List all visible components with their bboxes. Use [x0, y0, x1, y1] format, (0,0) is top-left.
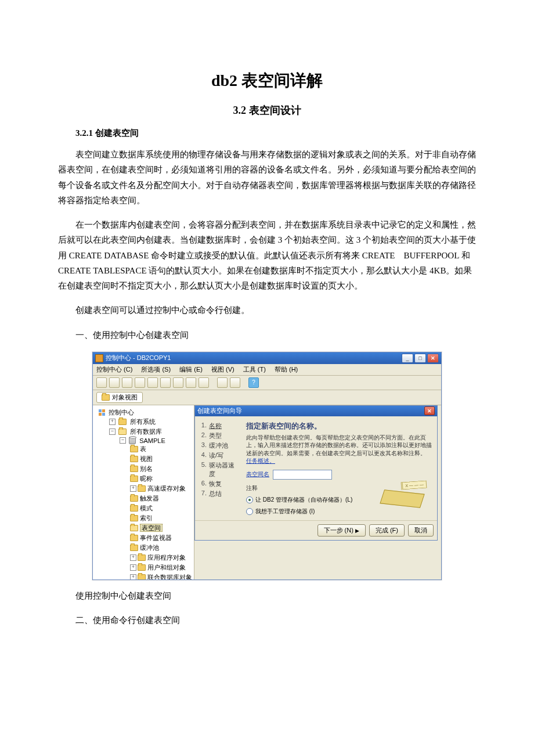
- toolbar-button[interactable]: [122, 377, 132, 388]
- window-title: 控制中心 - DB2COPY1: [106, 354, 402, 362]
- tree-root[interactable]: 控制中心 + 所有系统 − 所有数据库: [96, 408, 194, 579]
- radio-manual-storage[interactable]: 我想手工管理存储器 (I): [246, 507, 432, 516]
- toolbar-button[interactable]: [199, 377, 209, 388]
- toolbar-button[interactable]: [109, 377, 120, 388]
- toolbar-button[interactable]: [96, 377, 107, 388]
- folder-icon: [102, 394, 110, 401]
- toolbar-button[interactable]: [186, 377, 196, 388]
- wizard-step-list: 1.名称 2.类型 3.缓冲池 4.读/写 5.驱动器速度 6.恢复 7.总结: [200, 421, 240, 516]
- folder-icon: [130, 466, 138, 472]
- database-icon: [129, 437, 136, 444]
- tree-item[interactable]: 别名: [128, 464, 194, 474]
- radio-icon: [246, 496, 253, 503]
- expander-icon[interactable]: +: [109, 419, 116, 425]
- view-tab-object[interactable]: 对象视图: [96, 392, 143, 403]
- toolbar-button[interactable]: [160, 377, 171, 388]
- tree-all-databases[interactable]: − 所有数据库 − SAMPLE: [107, 427, 194, 579]
- tree-item[interactable]: 缓冲池: [128, 543, 194, 553]
- paragraph-3: 创建表空间可以通过控制中心或命令行创建。: [58, 303, 476, 318]
- expander-icon[interactable]: −: [120, 437, 126, 444]
- object-tree: 控制中心 + 所有系统 − 所有数据库: [93, 405, 194, 579]
- wizard-title: 创建表空间向导: [197, 406, 424, 415]
- tree-item[interactable]: 模式: [128, 503, 194, 513]
- window-titlebar[interactable]: 控制中心 - DB2COPY1 _ □ ✕: [93, 352, 441, 364]
- expander-icon[interactable]: −: [109, 429, 116, 435]
- tree-item[interactable]: 事件监视器: [128, 533, 194, 543]
- close-button[interactable]: ✕: [427, 354, 439, 363]
- menu-tools[interactable]: 工具 (T): [243, 366, 266, 373]
- expander-icon[interactable]: +: [130, 574, 136, 579]
- expander-icon[interactable]: +: [130, 555, 136, 561]
- paragraph-4: 一、使用控制中心创建表空间: [58, 327, 476, 343]
- tree-item[interactable]: +联合数据库对象: [128, 573, 194, 579]
- folder-icon: [130, 535, 138, 541]
- tablespace-name-label: 表空间名: [246, 470, 269, 478]
- tree-item[interactable]: 表: [128, 444, 194, 454]
- menu-edit[interactable]: 编辑 (E): [179, 366, 203, 373]
- folder-icon: [138, 555, 146, 561]
- content-pane: 创建表空间向导 ✕ 1.名称 2.类型 3.缓冲池 4.读/写 5.驱动器速度 …: [194, 405, 441, 579]
- folder-icon: [118, 419, 127, 425]
- wizard-titlebar[interactable]: 创建表空间向导 ✕: [195, 406, 437, 416]
- menu-selected[interactable]: 所选项 (S): [141, 366, 171, 373]
- expander-icon[interactable]: +: [130, 564, 136, 571]
- folder-icon: [130, 545, 138, 551]
- folder-icon: [130, 495, 138, 502]
- folder-open-icon: [118, 429, 127, 435]
- wizard-step[interactable]: 1.名称: [200, 421, 240, 431]
- grid-icon: [99, 409, 105, 416]
- tree-db-sample[interactable]: − SAMPLE 表 视图 别名 昵称: [117, 436, 194, 579]
- tree-item[interactable]: +用户和组对象: [128, 563, 194, 573]
- menu-control-center[interactable]: 控制中心 (C): [96, 366, 132, 373]
- toolbar-button[interactable]: [230, 377, 240, 388]
- figure-caption: 使用控制中心创建表空间: [58, 588, 476, 603]
- tree-item-tablespace[interactable]: 表空间: [128, 523, 194, 533]
- folder-icon: [138, 574, 146, 579]
- finish-button[interactable]: 完成 (F): [369, 524, 405, 537]
- toolbar-button[interactable]: [147, 377, 158, 388]
- wizard-step[interactable]: 6.恢复: [200, 479, 240, 489]
- wizard-description: 此向导帮助您创建表空间。每页帮助您定义表空间的不同方面。在此页上，输入用来描述您…: [246, 434, 432, 465]
- tree-item[interactable]: 触发器: [128, 494, 194, 503]
- wizard-step[interactable]: 7.总结: [200, 489, 240, 499]
- wizard-step[interactable]: 4.读/写: [200, 451, 240, 460]
- toolbar: ?: [93, 376, 441, 390]
- folder-open-icon: [130, 525, 138, 531]
- cancel-button[interactable]: 取消: [408, 524, 434, 537]
- control-center-window: 控制中心 - DB2COPY1 _ □ ✕ 控制中心 (C) 所选项 (S) 编…: [92, 352, 442, 580]
- next-button[interactable]: 下一步 (N)▶: [317, 524, 366, 537]
- folder-icon: [130, 446, 138, 452]
- view-bar: 对象视图: [93, 390, 441, 405]
- paragraph-1: 表空间建立数据库系统使用的物理存储设备与用来存储数据的逻辑对象或表之间的关系。对…: [58, 147, 476, 208]
- menubar: 控制中心 (C) 所选项 (S) 编辑 (E) 视图 (V) 工具 (T) 帮助…: [93, 364, 441, 376]
- tree-item[interactable]: 索引: [128, 513, 194, 523]
- tree-all-systems[interactable]: + 所有系统: [107, 417, 194, 427]
- tablespace-name-input[interactable]: [273, 470, 332, 480]
- tree-item[interactable]: +应用程序对象: [128, 553, 194, 563]
- toolbar-button[interactable]: [135, 377, 145, 388]
- maximize-button[interactable]: □: [414, 354, 426, 363]
- folder-icon: [130, 505, 138, 512]
- help-icon[interactable]: ?: [248, 377, 259, 388]
- expander-icon[interactable]: +: [130, 485, 136, 492]
- wizard-main: 指定新表空间的名称。 此向导帮助您创建表空间。每页帮助您定义表空间的不同方面。在…: [246, 421, 432, 516]
- view-tab-label: 对象视图: [112, 393, 138, 402]
- task-overview-link[interactable]: 任务概述。: [246, 458, 275, 464]
- menu-view[interactable]: 视图 (V): [211, 366, 234, 373]
- radio-icon: [246, 508, 253, 515]
- wizard-step[interactable]: 3.缓冲池: [200, 441, 240, 451]
- wizard-button-bar: 下一步 (N)▶ 完成 (F) 取消: [195, 520, 437, 540]
- folder-icon: [130, 476, 138, 482]
- wizard-step[interactable]: 5.驱动器速度: [200, 460, 240, 479]
- wizard-close-button[interactable]: ✕: [424, 406, 435, 415]
- minimize-button[interactable]: _: [402, 354, 413, 363]
- tree-item[interactable]: 视图: [128, 454, 194, 464]
- toolbar-separator: [243, 378, 246, 387]
- menu-help[interactable]: 帮助 (H): [275, 366, 298, 373]
- tree-item[interactable]: +高速缓存对象: [128, 484, 194, 494]
- toolbar-button[interactable]: [217, 377, 228, 388]
- toolbar-button[interactable]: [173, 377, 183, 388]
- tree-item[interactable]: 昵称: [128, 474, 194, 484]
- app-icon: [95, 354, 103, 362]
- wizard-step[interactable]: 2.类型: [200, 431, 240, 441]
